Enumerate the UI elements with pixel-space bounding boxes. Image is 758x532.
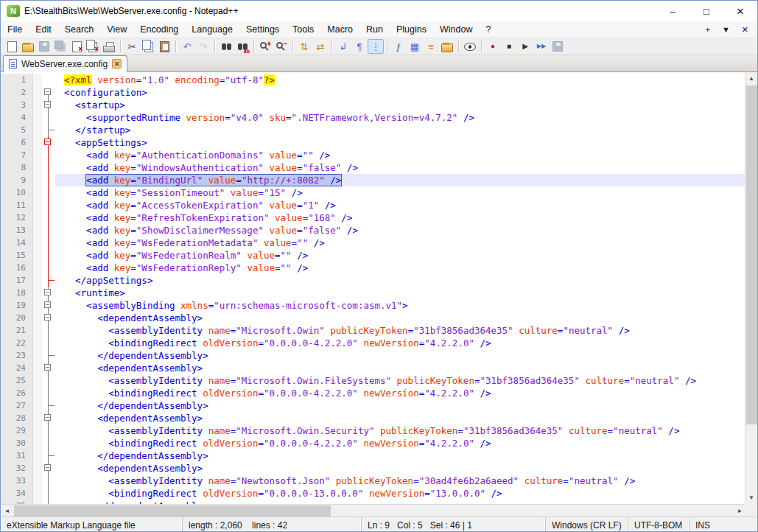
- bookmark-margin-cell[interactable]: [33, 174, 42, 186]
- line-number[interactable]: 20: [1, 312, 33, 324]
- code-text[interactable]: <add key="AccessTokenExpiration" value="…: [55, 199, 746, 211]
- fold-collapse-icon[interactable]: [44, 464, 51, 471]
- line-number[interactable]: 14: [1, 237, 33, 249]
- line-number[interactable]: 15: [1, 249, 33, 262]
- new-file-icon[interactable]: [4, 39, 20, 54]
- code-text[interactable]: </dependentAssembly>: [55, 449, 746, 462]
- line-number[interactable]: 18: [1, 287, 33, 299]
- code-text[interactable]: <add key="ShowDisclaimerMessage" value="…: [55, 224, 746, 237]
- fold-collapse-icon[interactable]: [44, 88, 51, 95]
- close-all-icon[interactable]: [85, 39, 101, 54]
- menu-item-plugins[interactable]: Plugins: [390, 22, 433, 37]
- line-number[interactable]: 25: [1, 374, 33, 387]
- line-number[interactable]: 27: [1, 399, 33, 412]
- line-number[interactable]: 5: [1, 124, 33, 136]
- tab-close-icon[interactable]: ✕: [112, 59, 122, 69]
- bookmark-margin-cell[interactable]: [33, 262, 42, 274]
- open-file-icon[interactable]: [20, 39, 36, 54]
- bookmark-margin-cell[interactable]: [33, 349, 42, 362]
- line-number[interactable]: 32: [1, 462, 33, 475]
- fold-collapse-icon[interactable]: [44, 314, 51, 321]
- bookmark-margin-cell[interactable]: [33, 287, 42, 299]
- fold-margin-cell[interactable]: [42, 312, 55, 324]
- line-number[interactable]: 13: [1, 224, 33, 237]
- fold-margin-cell[interactable]: [42, 299, 55, 312]
- document-list-icon[interactable]: ≡: [423, 39, 439, 54]
- bookmark-margin-cell[interactable]: [33, 136, 42, 149]
- line-number[interactable]: 23: [1, 349, 33, 362]
- menu-close-button[interactable]: ✕: [742, 25, 748, 35]
- fold-collapse-icon[interactable]: [44, 301, 51, 308]
- bookmark-margin-cell[interactable]: [33, 161, 42, 174]
- code-text[interactable]: </dependentAssembly>: [55, 399, 746, 412]
- fold-collapse-icon[interactable]: [44, 364, 51, 371]
- save-icon[interactable]: [36, 39, 52, 54]
- bookmark-margin-cell[interactable]: [33, 312, 42, 324]
- editor[interactable]: 1<?xml version="1.0" encoding="utf-8"?>2…: [1, 72, 746, 504]
- save-all-icon[interactable]: [52, 39, 69, 54]
- line-number[interactable]: 8: [1, 161, 33, 174]
- code-text[interactable]: <dependentAssembly>: [55, 412, 746, 424]
- monitoring-icon[interactable]: [462, 39, 478, 54]
- macro-save-icon[interactable]: [550, 39, 566, 54]
- cut-icon[interactable]: ✂: [124, 39, 140, 54]
- status-typing-mode[interactable]: INS: [689, 517, 758, 532]
- code-text[interactable]: <dependentAssembly>: [55, 362, 746, 374]
- bookmark-margin-cell[interactable]: [33, 224, 42, 237]
- menu-item-encoding[interactable]: Encoding: [133, 22, 185, 37]
- print-icon[interactable]: [101, 39, 117, 54]
- menu-arrow-down-button[interactable]: ▼: [722, 25, 730, 34]
- code-text[interactable]: <supportedRuntime version="v4.0" sku=".N…: [55, 111, 746, 124]
- menu-item-tools[interactable]: Tools: [286, 22, 320, 37]
- code-text[interactable]: </dependentAssembly>: [55, 349, 746, 362]
- code-text[interactable]: <configuration>: [55, 86, 746, 99]
- code-text[interactable]: <bindingRedirect oldVersion="0.0.0.0-4.2…: [55, 337, 746, 349]
- bookmark-margin-cell[interactable]: [33, 186, 42, 199]
- paste-icon[interactable]: [156, 39, 172, 54]
- code-text[interactable]: <assemblyIdentity name="Microsoft.Owin.F…: [55, 374, 746, 387]
- line-number[interactable]: 17: [1, 274, 33, 287]
- macro-stop-icon[interactable]: ■: [501, 39, 517, 54]
- line-number[interactable]: 1: [1, 74, 33, 86]
- code-text[interactable]: <bindingRedirect oldVersion="0.0.0.0-4.2…: [55, 437, 746, 449]
- bookmark-margin-cell[interactable]: [33, 274, 42, 287]
- code-text[interactable]: <add key="WsFederationRealm" value="" />: [55, 249, 746, 262]
- undo-icon[interactable]: ↶: [179, 39, 195, 54]
- line-number[interactable]: 29: [1, 424, 33, 437]
- sync-horizontal-scroll-icon[interactable]: ⇄: [312, 39, 329, 54]
- copy-icon[interactable]: [140, 39, 156, 54]
- status-eol-format[interactable]: Windows (CR LF): [546, 517, 628, 532]
- bookmark-margin-cell[interactable]: [33, 199, 42, 211]
- bookmark-margin-cell[interactable]: [33, 149, 42, 161]
- macro-record-icon[interactable]: ●: [485, 39, 501, 54]
- bookmark-margin-cell[interactable]: [33, 399, 42, 412]
- line-number[interactable]: 10: [1, 186, 33, 199]
- menu-item-window[interactable]: Window: [433, 22, 479, 37]
- close-file-icon[interactable]: [69, 39, 85, 54]
- fold-margin-cell[interactable]: [42, 136, 55, 149]
- code-text[interactable]: <add key="WsFederationMetadata" value=""…: [55, 237, 746, 249]
- code-text[interactable]: </startup>: [55, 124, 746, 136]
- menu-item-view[interactable]: View: [100, 22, 133, 37]
- zoom-out-icon[interactable]: −: [273, 39, 289, 54]
- code-text[interactable]: <appSettings>: [55, 136, 746, 149]
- fold-collapse-icon[interactable]: [44, 289, 51, 295]
- fold-margin-cell[interactable]: [42, 412, 55, 424]
- line-number[interactable]: 33: [1, 475, 33, 487]
- line-number[interactable]: 4: [1, 111, 33, 124]
- fold-collapse-icon[interactable]: [44, 139, 51, 145]
- line-number[interactable]: 24: [1, 362, 33, 374]
- menu-plus-button[interactable]: +: [705, 25, 709, 34]
- bookmark-margin-cell[interactable]: [33, 237, 42, 249]
- scroll-up-arrow-icon[interactable]: ▲: [745, 72, 757, 85]
- minimize-button[interactable]: –: [656, 1, 689, 21]
- bookmark-margin-cell[interactable]: [33, 412, 42, 424]
- line-number[interactable]: 12: [1, 211, 33, 224]
- folder-as-workspace-icon[interactable]: [439, 39, 455, 54]
- bookmark-margin-cell[interactable]: [33, 74, 42, 86]
- code-text[interactable]: <add key="RefreshTokenExpiration" value=…: [55, 211, 746, 224]
- fold-collapse-icon[interactable]: [44, 414, 51, 421]
- code-text[interactable]: <bindingRedirect oldVersion="0.0.0.0-4.2…: [55, 387, 746, 399]
- horizontal-scrollbar[interactable]: ◄ ►: [1, 504, 746, 517]
- menu-item-edit[interactable]: Edit: [29, 22, 58, 37]
